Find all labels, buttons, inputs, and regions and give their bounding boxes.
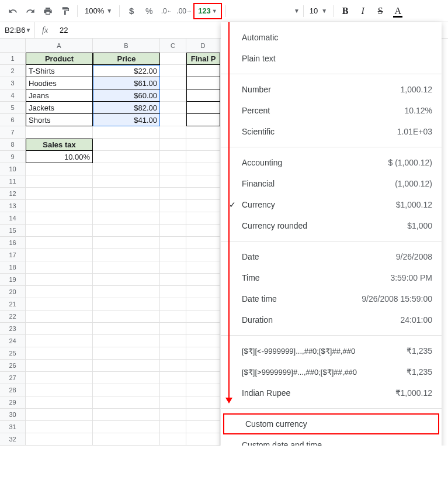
- cell-price[interactable]: $22.00: [93, 65, 160, 77]
- percent-button[interactable]: %: [141, 3, 157, 19]
- row-header[interactable]: 9: [0, 151, 26, 163]
- row-header[interactable]: 4: [0, 89, 26, 102]
- menu-item-custom-format-1[interactable]: [$₹][<-9999999]...,##0;[$₹]##,##0₹1,235: [221, 340, 442, 361]
- cell[interactable]: [160, 409, 186, 421]
- currency-button[interactable]: $: [123, 3, 140, 19]
- menu-item-custom-currency[interactable]: Custom currency: [223, 413, 439, 434]
- cell[interactable]: [26, 433, 93, 446]
- cell[interactable]: [186, 298, 220, 310]
- cell[interactable]: [160, 151, 186, 163]
- cell[interactable]: [186, 409, 220, 421]
- cell[interactable]: [160, 384, 186, 396]
- cell[interactable]: [160, 433, 186, 446]
- cell-tax-label[interactable]: Sales tax: [26, 139, 93, 151]
- cell[interactable]: [186, 126, 220, 139]
- cell[interactable]: [160, 310, 186, 323]
- cell[interactable]: [26, 360, 93, 372]
- header-cell-final[interactable]: Final P: [186, 53, 220, 65]
- cell[interactable]: [26, 286, 93, 298]
- cell[interactable]: [93, 188, 160, 200]
- cell[interactable]: [186, 323, 220, 335]
- row-header[interactable]: 13: [0, 200, 26, 212]
- row-header[interactable]: 29: [0, 396, 26, 409]
- menu-item-accounting[interactable]: Accounting$ (1,000.12): [221, 152, 442, 173]
- cell[interactable]: [186, 77, 220, 89]
- menu-item-duration[interactable]: Duration24:01:00: [221, 309, 442, 330]
- cell[interactable]: [93, 298, 160, 310]
- cell[interactable]: [93, 163, 160, 175]
- menu-item-automatic[interactable]: Automatic: [221, 27, 442, 48]
- row-header[interactable]: 21: [0, 298, 26, 310]
- cell[interactable]: [160, 249, 186, 261]
- cell[interactable]: [160, 237, 186, 249]
- more-formats-button[interactable]: 123▼: [193, 3, 222, 19]
- cell[interactable]: [186, 421, 220, 433]
- cell[interactable]: [93, 433, 160, 446]
- cell[interactable]: [93, 396, 160, 409]
- row-header[interactable]: 11: [0, 175, 26, 188]
- cell[interactable]: [93, 323, 160, 335]
- cell[interactable]: [186, 200, 220, 212]
- italic-button[interactable]: I: [355, 3, 371, 19]
- bold-button[interactable]: B: [337, 3, 353, 19]
- cell[interactable]: [186, 139, 220, 151]
- cell[interactable]: [160, 335, 186, 347]
- cell[interactable]: [186, 212, 220, 225]
- cell[interactable]: [93, 212, 160, 225]
- cell[interactable]: [186, 65, 220, 77]
- cell[interactable]: [186, 360, 220, 372]
- undo-button[interactable]: [5, 3, 21, 19]
- cell[interactable]: [160, 323, 186, 335]
- row-header[interactable]: 10: [0, 163, 26, 175]
- cell[interactable]: [26, 310, 93, 323]
- cell[interactable]: [186, 372, 220, 384]
- cell[interactable]: [160, 139, 186, 151]
- cell[interactable]: [26, 212, 93, 225]
- cell[interactable]: [26, 200, 93, 212]
- cell[interactable]: [26, 384, 93, 396]
- column-header[interactable]: A: [26, 39, 93, 53]
- cell[interactable]: [26, 237, 93, 249]
- cell[interactable]: [160, 65, 186, 77]
- cell[interactable]: [186, 114, 220, 126]
- cell-product[interactable]: Jeans: [26, 89, 93, 102]
- cell[interactable]: [186, 151, 220, 163]
- menu-item-datetime[interactable]: Date time9/26/2008 15:59:00: [221, 288, 442, 309]
- menu-item-number[interactable]: Number1,000.12: [221, 79, 442, 100]
- cell[interactable]: [160, 200, 186, 212]
- row-header[interactable]: 8: [0, 139, 26, 151]
- name-box[interactable]: B2:B6▼: [0, 22, 35, 38]
- cell[interactable]: [160, 53, 186, 65]
- cell[interactable]: [186, 175, 220, 188]
- cell-price[interactable]: $61.00: [93, 77, 160, 89]
- row-header[interactable]: 5: [0, 102, 26, 114]
- cell[interactable]: [26, 274, 93, 286]
- cell[interactable]: [26, 298, 93, 310]
- menu-item-scientific[interactable]: Scientific1.01E+03: [221, 121, 442, 142]
- row-header[interactable]: 7: [0, 126, 26, 139]
- cell[interactable]: [93, 151, 160, 163]
- header-cell-price[interactable]: Price: [93, 53, 160, 65]
- cell[interactable]: [93, 360, 160, 372]
- row-header[interactable]: 28: [0, 384, 26, 396]
- cell[interactable]: [160, 372, 186, 384]
- cell[interactable]: [93, 175, 160, 188]
- cell[interactable]: [26, 261, 93, 274]
- cell[interactable]: [160, 77, 186, 89]
- zoom-dropdown[interactable]: 100%▼: [81, 6, 116, 15]
- cell[interactable]: [186, 310, 220, 323]
- row-header[interactable]: 18: [0, 261, 26, 274]
- cell[interactable]: [160, 212, 186, 225]
- cell-product[interactable]: Hoodies: [26, 77, 93, 89]
- header-cell-product[interactable]: Product: [26, 53, 93, 65]
- cell[interactable]: [26, 175, 93, 188]
- row-header[interactable]: 23: [0, 323, 26, 335]
- cell[interactable]: [93, 261, 160, 274]
- row-header[interactable]: 6: [0, 114, 26, 126]
- cell[interactable]: [160, 274, 186, 286]
- decrease-decimal-button[interactable]: .0←: [158, 3, 175, 19]
- cell[interactable]: [186, 396, 220, 409]
- row-header[interactable]: 22: [0, 310, 26, 323]
- row-header[interactable]: 31: [0, 421, 26, 433]
- menu-item-percent[interactable]: Percent10.12%: [221, 100, 442, 121]
